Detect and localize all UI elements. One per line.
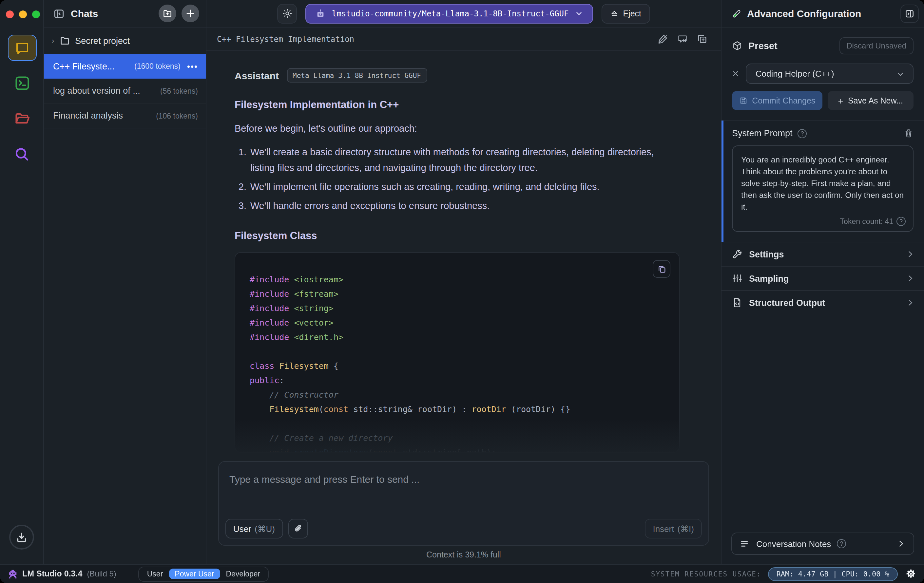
help-icon[interactable]: ? [896,217,906,226]
window-controls [6,10,40,18]
loaded-model-selector[interactable]: lmstudio-community/Meta-Llama-3.1-8B-Ins… [306,3,593,23]
new-chat-button[interactable] [182,5,199,22]
conversation-notes-button[interactable]: Conversation Notes ? [731,532,914,555]
insert-button[interactable]: Insert (⌘I) [645,519,702,539]
code-line: #include <string> [250,301,666,316]
settings-gear-icon[interactable] [906,568,916,579]
mode-user[interactable]: User [141,568,169,579]
list-item: We'll create a basic directory structure… [249,144,674,176]
message-composer[interactable]: Type a message and press Enter to send .… [218,461,709,546]
chat-messages: Assistant Meta-Llama-3.1-8B-Instruct-GGU… [206,51,721,461]
chat-list-item[interactable]: log about version of ... (56 tokens) [44,79,206,104]
list-item: We'll handle errors and exceptions to en… [249,198,674,214]
code-block: #include <iostream>#include <fstream>#in… [234,252,680,453]
code-line: Filesystem(const std::string& rootDir) :… [250,402,666,417]
folder-icon [13,110,30,127]
notes-lines-icon [740,539,750,549]
chats-header: Chats [44,0,206,28]
floppy-icon [739,96,747,105]
attach-file-button[interactable] [288,519,308,539]
chevron-right-icon [906,250,915,259]
section-structured-output[interactable]: Structured Output [721,290,924,315]
code-line: // Create a new directory [250,431,666,445]
discard-unsaved-button[interactable]: Discard Unsaved [839,37,914,54]
section-settings[interactable]: Settings [721,242,924,266]
folder-plus-icon [163,8,172,18]
file-json-icon [732,297,742,308]
collapse-sidebar-icon[interactable] [53,8,65,19]
commit-changes-button[interactable]: Commit Changes [732,91,822,110]
list-item: We'll implement file operations such as … [249,179,674,194]
resources-usage-label: SYSTEM RESOURCES USAGE: [651,570,761,578]
message-paragraph: Before we begin, let's outline our appro… [234,123,721,133]
model-toolbar: lmstudio-community/Meta-Llama-3.1-8B-Ins… [206,0,721,28]
code-line: public: [250,373,666,388]
clear-messages-icon[interactable] [677,33,688,44]
mode-developer[interactable]: Developer [220,568,266,579]
folder-outline-icon [59,35,70,46]
ram-cpu-usage-pill[interactable]: RAM: 4.47 GB | CPU: 0.00 % [768,567,898,581]
code-line: #include <iostream> [250,272,666,287]
token-count: Token count: 41 [840,217,893,226]
eject-model-button[interactable]: Eject [601,3,650,23]
role-toggle-shortcut: (⌘U) [254,524,275,534]
test-tube-icon [731,8,742,19]
chevron-down-icon [896,69,905,78]
preset-dropdown[interactable]: Coding Helper (C++) [746,64,914,84]
collapse-config-panel-button[interactable] [901,4,919,23]
role-toggle-button[interactable]: User (⌘U) [225,519,283,539]
message-heading: Filesystem Implementation in C++ [234,99,721,111]
nav-my-models-button[interactable] [8,105,36,132]
chevron-right-icon [906,298,915,307]
code-line: #include <fstream> [250,287,666,301]
chat-item-tokens: (56 tokens) [160,87,198,95]
system-prompt-editor[interactable]: You are an incredibly good C++ engineer.… [732,145,914,232]
system-prompt-text: You are an incredibly good C++ engineer.… [741,154,904,213]
package-icon [732,41,742,51]
nav-discover-button[interactable] [8,141,36,167]
new-folder-button[interactable] [158,5,176,22]
message-role-label: Assistant [234,70,279,81]
chat-folder-row[interactable]: › Secret project [44,28,206,54]
message-input[interactable]: Type a message and press Enter to send .… [229,474,698,485]
chat-item-title: C++ Filesyste... [53,61,115,71]
chat-folder-name: Secret project [75,36,130,46]
edit-title-icon[interactable] [657,33,668,44]
main-chat-area: lmstudio-community/Meta-Llama-3.1-8B-Ins… [206,0,721,564]
section-label: Structured Output [749,298,906,308]
zoom-window-button[interactable] [32,10,40,18]
help-icon[interactable]: ? [837,539,846,548]
insert-shortcut: (⌘I) [677,524,694,534]
app-version-label: LM Studio 0.3.4 [22,569,82,578]
mode-switch: User Power User Developer [139,566,269,581]
code-line: // Constructor [250,388,666,402]
config-panel-title: Advanced Configuration [747,8,901,19]
mode-power-user[interactable]: Power User [169,568,220,579]
eject-label: Eject [623,9,641,18]
nav-chat-button[interactable] [8,35,36,61]
help-icon[interactable]: ? [798,129,807,138]
downloads-button[interactable] [9,525,34,550]
duplicate-chat-icon[interactable] [696,33,708,44]
chat-list-item[interactable]: C++ Filesyste... (1600 tokens) ••• [44,54,206,79]
message-model-badge: Meta-Llama-3.1-8B-Instruct-GGUF [287,68,427,82]
model-settings-button[interactable] [277,3,297,23]
chats-sidebar: Chats › Secret project C++ Filesyste... … [44,0,206,564]
chat-item-title: log about version of ... [53,86,140,96]
close-preset-icon[interactable]: ✕ [732,69,739,79]
delete-system-prompt-button[interactable] [904,128,914,138]
copy-code-button[interactable] [653,260,670,278]
preset-dropdown-value: Coding Helper (C++) [756,69,896,79]
left-icon-rail [0,0,44,564]
download-icon [15,530,28,544]
preset-section-header: Preset Discard Unsaved [721,28,924,58]
minimize-window-button[interactable] [19,10,27,18]
chevron-right-icon [906,274,915,283]
save-as-new-button[interactable]: + Save As New... [828,91,914,110]
nav-developer-button[interactable] [8,70,36,96]
close-window-button[interactable] [6,10,14,18]
chat-list-item[interactable]: Financial analysis (106 tokens) [44,104,206,128]
plus-glyph: + [838,95,843,106]
chat-item-menu-icon[interactable]: ••• [187,61,198,71]
section-sampling[interactable]: Sampling [721,266,924,290]
